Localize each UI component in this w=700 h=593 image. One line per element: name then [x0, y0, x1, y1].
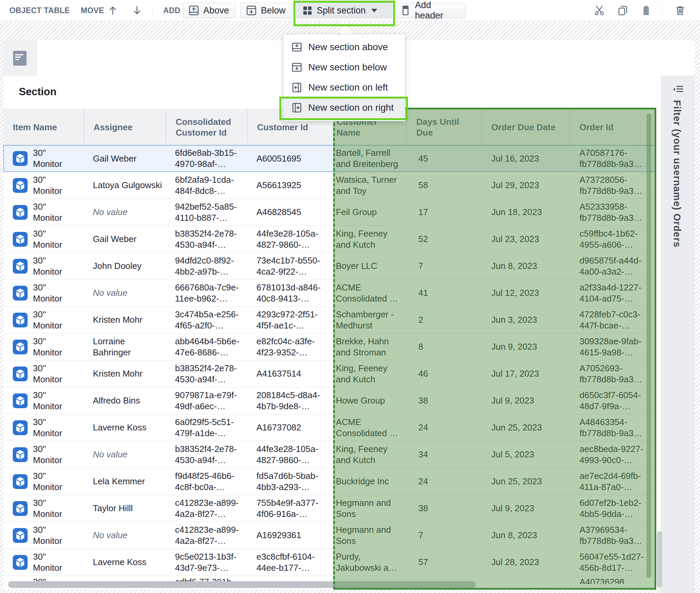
order-id-cell: A7052693-fb778d8b-9a3…	[569, 360, 656, 387]
customer-id-cell: A16737082	[247, 414, 333, 441]
filter-sidebar-tab[interactable]: Filter (your username) Orders	[661, 76, 695, 593]
customer-name-cell: Howe Group	[333, 387, 406, 414]
table-row[interactable]: 30" Monitor Laverne Koss 6a0f29f5-5c51-4…	[3, 414, 656, 441]
order-due-date-cell: Jul 12, 2023	[481, 280, 569, 306]
customer-id-cell: A46828545	[247, 199, 333, 225]
table-body: 30" Monitor Gail Weber 6fd6e8ab-3b15-497…	[3, 145, 656, 576]
customer-name-cell: King, Feeney and Kutch	[333, 360, 406, 387]
customer-name-cell: Hegmann and Sons	[333, 495, 406, 522]
column-header-days-until-due[interactable]: Days Until Due	[406, 109, 481, 145]
table-row[interactable]: 30" Monitor No value c412823e-a899-4a2a-…	[3, 522, 656, 549]
order-id-cell: A52333958-fb778d8b-9a3…	[569, 199, 656, 225]
customer-name-cell: Bartell, Farrell and Breitenberg	[333, 146, 406, 171]
section-above-icon	[291, 42, 302, 53]
assignee-cell: No value	[83, 199, 166, 225]
consolidated-customer-id-cell: 6667680a-7c9e-11ee-b962-…	[166, 280, 247, 306]
table-row[interactable]: 30" Monitor Laverne Koss 9c5e0213-1b3f-4…	[3, 549, 656, 576]
table-row[interactable]: 30" Monitor Alfredo Bins 9079871a-e79f-4…	[3, 387, 656, 414]
assignee-cell: Gail Weber	[83, 226, 166, 252]
editor-toolbar: OBJECT TABLE MOVE ADD Above Below Split …	[0, 0, 700, 21]
column-header-order-id[interactable]: Order Id	[569, 109, 656, 145]
menu-item-new-section-on-left[interactable]: New section on left	[283, 77, 405, 98]
table-row[interactable]: 30" Monitor Lorraine Bahringer abb464b4-…	[3, 334, 656, 360]
object-icon	[13, 286, 28, 301]
add-label: ADD	[163, 6, 180, 15]
consolidated-customer-id-cell: 942bef52-5a85-4110-b887-…	[166, 199, 247, 225]
table-row[interactable]: 30" Monitor Lela Kemmer f9d48f25-46b6-4c…	[3, 468, 656, 495]
horizontal-scrollbar[interactable]	[8, 581, 476, 588]
order-id-cell: A73728056-fb778d8b-9a3…	[569, 172, 656, 199]
object-icon	[13, 555, 28, 570]
vertical-scrollbar-thumb[interactable]	[657, 531, 662, 588]
table-row[interactable]: 30" Monitor No value 6667680a-7c9e-11ee-…	[3, 280, 656, 307]
menu-item-new-section-above[interactable]: New section above	[283, 37, 405, 57]
paste-button[interactable]	[640, 5, 652, 16]
consolidated-customer-id-cell: b38352f4-2e78-4530-a94f-…	[166, 226, 247, 252]
chevron-down-icon	[371, 9, 377, 12]
consolidated-customer-id-cell: 6bf2afa9-1cda-484f-8dc8-…	[166, 172, 247, 199]
order-due-date-cell: Jul 16, 2023	[481, 146, 569, 171]
order-due-date-cell: Jul 9, 2023	[481, 387, 569, 414]
order-due-date-cell: Jun 8, 2023	[481, 253, 569, 279]
filter-sidebar-label: Filter (your username) Orders	[671, 100, 682, 247]
customer-name-cell: King, Feeney and Kutch	[333, 441, 406, 468]
table-row[interactable]: 30" Monitor Taylor Hilll c412823e-a899-4…	[3, 495, 656, 522]
section-left-icon	[291, 82, 302, 93]
column-header-item-name[interactable]: Item Name	[3, 109, 83, 145]
days-until-due-cell: 46	[406, 360, 481, 387]
menu-item-new-section-on-right[interactable]: New section on right	[283, 98, 405, 118]
add-below-button[interactable]: Below	[240, 3, 293, 18]
consolidated-customer-id-cell: 94dfd2c0-8f92-4bb2-a97b-…	[166, 253, 247, 279]
item-name-cell: 30" Monitor	[3, 360, 83, 387]
item-name-cell: 30" Monitor	[3, 468, 83, 495]
order-due-date-cell: Jun 25, 2023	[481, 468, 569, 495]
assignee-cell: Laverne Koss	[83, 414, 166, 441]
table-row[interactable]: 30" Monitor No value 942bef52-5a85-4110-…	[3, 199, 656, 226]
table-row[interactable]: 30" Monitor Kristen Mohr b38352f4-2e78-4…	[3, 360, 656, 387]
split-section-label: Split section	[317, 5, 366, 16]
table-row[interactable]: 30" Monitor Gail Weber b38352f4-2e78-453…	[3, 226, 656, 253]
item-name-cell: 30" Monitor	[3, 199, 83, 225]
table-row[interactable]: 30" Monitor Latoya Gulgowski 6bf2afa9-1c…	[3, 172, 656, 199]
menu-item-new-section-below[interactable]: New section below	[283, 57, 405, 77]
table-row[interactable]: 30" Monitor No value b38352f4-2e78-4530-…	[3, 441, 656, 468]
order-due-date-cell: Jul 17, 2023	[481, 360, 569, 387]
app-window: OBJECT TABLE MOVE ADD Above Below Split …	[0, 0, 700, 593]
add-above-button[interactable]: Above	[183, 3, 236, 18]
column-header-consolidated-customer-id[interactable]: Consolidated Customer Id	[166, 109, 247, 145]
consolidated-customer-id-cell: f9d48f25-46b6-4c8f-bc0a-…	[166, 468, 247, 495]
item-name-cell: 30" Monitor	[3, 387, 83, 414]
split-section-button[interactable]: Split section	[296, 3, 392, 18]
move-down-button[interactable]	[131, 5, 143, 16]
item-name-cell: 30" Monitor	[3, 307, 83, 333]
section-above-icon	[188, 5, 199, 16]
customer-id-cell: A16929361	[247, 522, 333, 549]
item-name-cell: 30" Monitor	[3, 441, 83, 468]
column-header-assignee[interactable]: Assignee	[83, 109, 166, 145]
assignee-cell: Lorraine Bahringer	[83, 334, 166, 360]
consolidated-customer-id-cell: 9c5e0213-1b3f-43d7-9e73-…	[166, 549, 247, 575]
days-until-due-cell: 38	[406, 387, 481, 414]
customer-id-cell: 44fe3e28-105a-4827-9860-…	[247, 226, 333, 252]
table-row[interactable]: 30" Monitor Kristen Mohr 3c474b5a-e256-4…	[3, 307, 656, 334]
customer-name-cell: Hegmann and Sons	[333, 522, 406, 549]
delete-button[interactable]	[674, 5, 686, 16]
menu-item-label: New section on right	[308, 102, 394, 113]
order-due-date-cell: Jul 5, 2023	[481, 441, 569, 468]
object-icon	[13, 340, 28, 354]
menu-item-label: New section above	[308, 42, 388, 53]
cut-button[interactable]	[594, 5, 605, 16]
table-row[interactable]: 30" Monitor John Dooley 94dfd2c0-8f92-4b…	[3, 253, 656, 280]
column-header-order-due-date[interactable]: Order Due Date	[481, 109, 569, 145]
table-row[interactable]: 30" Monitor Gail Weber 6fd6e8ab-3b15-497…	[3, 145, 656, 172]
duplicate-button[interactable]	[617, 5, 629, 16]
order-id-cell: d965875f-a44d-4a00-a3a2-…	[569, 253, 656, 279]
move-up-button[interactable]	[107, 5, 118, 16]
document-tab[interactable]	[3, 40, 37, 76]
days-until-due-cell: 38	[406, 495, 481, 522]
add-header-button[interactable]: Add header	[394, 3, 465, 18]
days-until-due-cell: 58	[406, 172, 481, 199]
item-name-cell: 30" Monitor	[3, 334, 83, 360]
order-due-date-cell: Jun 18, 2023	[481, 199, 569, 225]
section-below-icon	[246, 5, 257, 16]
